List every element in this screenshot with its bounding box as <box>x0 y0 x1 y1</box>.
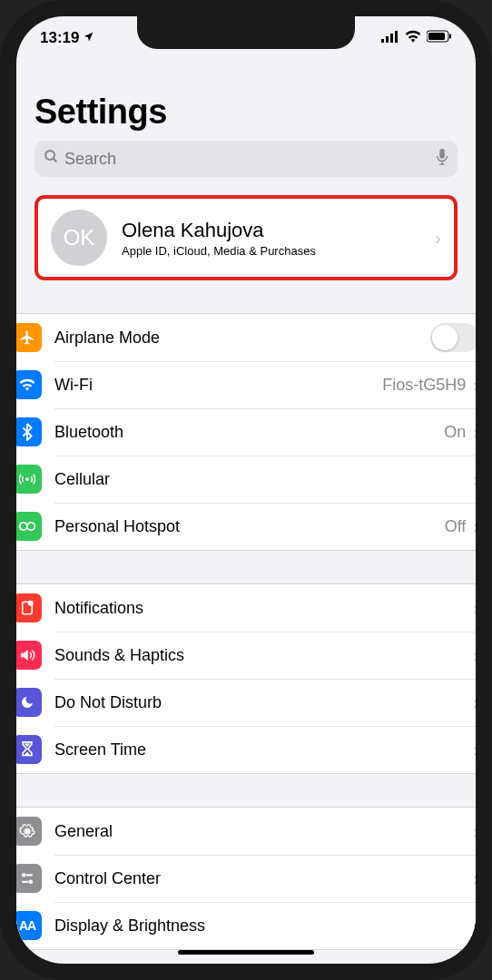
row-label: Sounds & Haptics <box>54 646 473 665</box>
row-label: Airplane Mode <box>54 328 430 348</box>
svg-rect-9 <box>439 149 444 159</box>
profile-subtitle: Apple ID, iCloud, Media & Purchases <box>122 244 316 258</box>
home-indicator[interactable] <box>178 950 314 955</box>
notifications-icon <box>16 593 42 622</box>
search-input[interactable] <box>64 150 430 169</box>
row-label: Screen Time <box>54 740 473 760</box>
chevron-right-icon: › <box>473 868 476 889</box>
bluetooth-value: On <box>444 423 466 442</box>
hotspot-icon <box>16 512 42 541</box>
profile-name: Olena Kahujova <box>122 219 316 242</box>
row-label: Bluetooth <box>54 423 444 442</box>
gear-icon <box>16 817 42 846</box>
airplane-mode-row[interactable]: Airplane Mode <box>16 313 476 361</box>
row-label: Display & Brightness <box>54 916 473 936</box>
row-label: Wi-Fi <box>54 376 382 395</box>
chevron-right-icon: › <box>473 916 476 936</box>
cellular-icon <box>16 465 42 494</box>
svg-rect-3 <box>395 31 398 43</box>
row-label: Personal Hotspot <box>54 517 445 536</box>
row-label: Control Center <box>54 869 473 888</box>
bluetooth-icon <box>16 417 42 446</box>
search-bar[interactable] <box>34 141 458 177</box>
sliders-icon <box>16 864 42 893</box>
row-label: Do Not Disturb <box>54 693 473 712</box>
svg-rect-6 <box>449 34 451 39</box>
battery-icon <box>427 29 452 47</box>
screentime-row[interactable]: Screen Time › <box>16 726 476 774</box>
svg-point-12 <box>27 523 34 530</box>
wifi-icon <box>405 29 421 47</box>
svg-point-15 <box>25 829 30 834</box>
text-size-icon: AA <box>16 911 42 940</box>
row-label: Cellular <box>54 470 473 489</box>
page-title: Settings <box>34 93 458 132</box>
signal-icon <box>381 29 399 47</box>
chevron-right-icon: › <box>473 645 476 666</box>
status-time: 13:19 <box>40 29 79 47</box>
hotspot-value: Off <box>445 517 467 536</box>
settings-group-system: General › Control Center › AA Display & … <box>16 807 476 950</box>
dnd-row[interactable]: Do Not Disturb › <box>16 679 476 726</box>
control-center-row[interactable]: Control Center › <box>16 855 476 902</box>
row-label: Notifications <box>54 599 473 618</box>
wifi-row[interactable]: Wi-Fi Fios-tG5H9 › <box>16 361 476 408</box>
svg-point-18 <box>29 880 34 885</box>
svg-point-11 <box>20 523 27 530</box>
airplane-toggle[interactable] <box>430 323 476 352</box>
sounds-icon <box>16 641 42 670</box>
chevron-right-icon: › <box>473 469 476 490</box>
device-notch <box>137 16 355 49</box>
sounds-row[interactable]: Sounds & Haptics › <box>16 632 476 679</box>
chevron-right-icon: › <box>473 821 476 842</box>
search-icon <box>44 149 59 169</box>
chevron-right-icon: › <box>435 228 441 249</box>
svg-rect-0 <box>381 39 384 43</box>
row-label: General <box>54 822 473 841</box>
svg-rect-1 <box>386 36 389 43</box>
general-row[interactable]: General › <box>16 807 476 855</box>
svg-point-7 <box>45 151 54 160</box>
svg-point-16 <box>22 873 26 877</box>
svg-rect-2 <box>390 34 393 43</box>
mic-icon[interactable] <box>436 149 448 170</box>
settings-group-alerts: Notifications › Sounds & Haptics › Do No… <box>16 583 476 774</box>
chevron-right-icon: › <box>473 422 476 443</box>
svg-point-14 <box>28 601 34 606</box>
chevron-right-icon: › <box>473 516 476 537</box>
location-icon <box>83 31 94 45</box>
display-row[interactable]: AA Display & Brightness › <box>16 902 476 950</box>
avatar: OK <box>51 210 107 266</box>
svg-rect-5 <box>428 33 445 40</box>
chevron-right-icon: › <box>473 692 476 713</box>
moon-icon <box>16 688 42 717</box>
hotspot-row[interactable]: Personal Hotspot Off › <box>16 503 476 551</box>
chevron-right-icon: › <box>473 740 476 760</box>
avatar-initials: OK <box>64 225 95 250</box>
wifi-value: Fios-tG5H9 <box>382 376 466 395</box>
chevron-right-icon: › <box>473 598 476 619</box>
bluetooth-row[interactable]: Bluetooth On › <box>16 408 476 456</box>
cellular-row[interactable]: Cellular › <box>16 456 476 503</box>
hourglass-icon <box>16 735 42 764</box>
svg-line-8 <box>54 159 57 162</box>
wifi-icon <box>16 370 42 399</box>
settings-group-connectivity: Airplane Mode Wi-Fi Fios-tG5H9 › Bluetoo… <box>16 313 476 551</box>
svg-point-10 <box>26 478 28 480</box>
chevron-right-icon: › <box>473 375 476 396</box>
svg-rect-19 <box>22 881 29 883</box>
airplane-icon <box>16 323 42 352</box>
notifications-row[interactable]: Notifications › <box>16 583 476 632</box>
svg-rect-17 <box>26 874 34 876</box>
apple-id-row[interactable]: OK Olena Kahujova Apple ID, iCloud, Medi… <box>34 195 458 280</box>
